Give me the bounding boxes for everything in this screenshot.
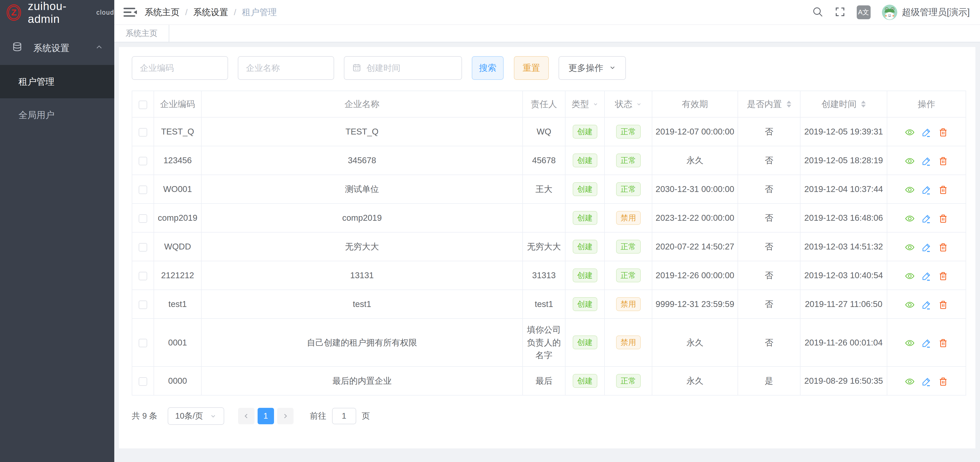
chevron-down-icon <box>609 63 616 73</box>
delete-icon[interactable] <box>939 214 948 223</box>
edit-icon[interactable] <box>922 156 931 166</box>
status-badge: 禁用 <box>616 297 641 311</box>
cell-code: test1 <box>154 290 201 319</box>
delete-icon[interactable] <box>939 185 948 195</box>
cell-actions <box>887 117 966 146</box>
type-badge: 创建 <box>573 335 597 349</box>
sort-caret-icon[interactable] <box>861 101 866 108</box>
edit-icon[interactable] <box>922 377 931 386</box>
cell-name: test1 <box>201 290 523 319</box>
search-button[interactable]: 搜索 <box>472 56 504 80</box>
view-icon[interactable] <box>905 300 915 310</box>
row-checkbox[interactable] <box>139 243 147 252</box>
view-icon[interactable] <box>905 156 915 166</box>
language-icon[interactable]: A文 <box>857 5 870 19</box>
sidebar-group-system-settings[interactable]: 系统设置 <box>0 31 114 65</box>
cell-code: WQDD <box>154 232 201 261</box>
cell-type: 创建 <box>565 232 605 261</box>
cell-type: 创建 <box>565 117 605 146</box>
user-menu[interactable]: 超级管理员[演示] <box>882 5 970 20</box>
view-icon[interactable] <box>905 127 915 137</box>
delete-icon[interactable] <box>939 338 948 348</box>
edit-icon[interactable] <box>922 271 931 281</box>
delete-icon[interactable] <box>939 271 948 281</box>
delete-icon[interactable] <box>939 300 948 310</box>
view-icon[interactable] <box>905 185 915 195</box>
column-header-created[interactable]: 创建时间 <box>800 91 887 117</box>
column-header-code: 企业编码 <box>154 91 201 117</box>
column-header-owner: 责任人 <box>523 91 565 117</box>
cell-name: comp2019 <box>201 203 523 232</box>
more-actions-button[interactable]: 更多操作 <box>558 56 626 80</box>
tab-system-home[interactable]: 系统主页 <box>114 25 169 42</box>
row-checkbox[interactable] <box>139 186 147 194</box>
user-name: 超级管理员[演示] <box>902 6 970 18</box>
cell-code: comp2019 <box>154 203 201 232</box>
cell-name: 最后的内置企业 <box>201 367 523 395</box>
cell-status: 禁用 <box>605 290 652 319</box>
view-icon[interactable] <box>905 338 915 348</box>
goto-suffix: 页 <box>362 410 370 422</box>
filter-arrow-icon[interactable] <box>593 102 598 107</box>
row-checkbox[interactable] <box>139 128 147 137</box>
row-select-cell <box>132 290 154 319</box>
cell-type: 创建 <box>565 367 605 395</box>
app-title-suffix: cloud <box>96 9 114 16</box>
view-icon[interactable] <box>905 377 915 386</box>
column-header-type[interactable]: 类型 <box>565 91 605 117</box>
cell-status: 正常 <box>605 117 652 146</box>
breadcrumb-home[interactable]: 系统主页 <box>145 6 180 18</box>
delete-icon[interactable] <box>939 127 948 137</box>
next-page-button[interactable] <box>277 408 294 424</box>
goto-page-input[interactable] <box>332 408 356 424</box>
search-icon[interactable] <box>812 6 823 19</box>
prev-page-button[interactable] <box>238 408 255 424</box>
edit-icon[interactable] <box>922 214 931 223</box>
sidebar-item-tenant-management[interactable]: 租户管理 <box>0 65 114 98</box>
edit-icon[interactable] <box>922 185 931 195</box>
column-header-status[interactable]: 状态 <box>605 91 652 117</box>
status-badge: 正常 <box>616 182 641 196</box>
row-checkbox[interactable] <box>139 214 147 223</box>
company-code-input[interactable] <box>140 63 220 73</box>
sort-caret-icon[interactable] <box>787 101 791 108</box>
edit-icon[interactable] <box>922 338 931 348</box>
row-checkbox[interactable] <box>139 339 147 347</box>
view-icon[interactable] <box>905 271 915 281</box>
cell-name: 345678 <box>201 146 523 175</box>
database-icon <box>12 41 22 54</box>
page-number-1[interactable]: 1 <box>258 408 274 424</box>
row-checkbox[interactable] <box>139 377 147 386</box>
row-checkbox[interactable] <box>139 157 147 165</box>
select-all-checkbox[interactable] <box>139 101 147 109</box>
company-name-input[interactable] <box>246 63 326 73</box>
row-checkbox[interactable] <box>139 272 147 280</box>
column-header-builtin[interactable]: 是否内置 <box>738 91 800 117</box>
sidebar-item-global-users[interactable]: 全局用户 <box>0 98 114 132</box>
navbar: 系统主页 / 系统设置 / 租户管理 A文 <box>114 0 980 25</box>
edit-icon[interactable] <box>922 243 931 252</box>
fullscreen-icon[interactable] <box>835 6 845 18</box>
cell-owner: test1 <box>523 290 565 319</box>
company-name-field <box>238 56 334 80</box>
view-icon[interactable] <box>905 243 915 252</box>
status-badge: 禁用 <box>616 211 641 225</box>
delete-icon[interactable] <box>939 243 948 252</box>
created-time-input[interactable] <box>366 63 454 73</box>
row-checkbox[interactable] <box>139 300 147 309</box>
edit-icon[interactable] <box>922 127 931 137</box>
app-root: Z zuihou-admin cloud 系统设置 <box>0 0 980 462</box>
delete-icon[interactable] <box>939 377 948 386</box>
page-size-select[interactable]: 10条/页 <box>168 407 224 425</box>
view-icon[interactable] <box>905 214 915 223</box>
hamburger-icon[interactable] <box>114 6 145 18</box>
filter-arrow-icon[interactable] <box>636 102 642 107</box>
cell-builtin: 否 <box>738 232 800 261</box>
breadcrumb-separator: / <box>185 7 188 17</box>
table-row: test1 test1 test1 创建 禁用 9999-12-31 23:59… <box>132 290 966 319</box>
delete-icon[interactable] <box>939 156 948 166</box>
edit-icon[interactable] <box>922 300 931 310</box>
cell-actions <box>887 367 966 395</box>
reset-button[interactable]: 重置 <box>514 56 549 80</box>
cell-created: 2019-12-03 14:51:32 <box>800 232 887 261</box>
